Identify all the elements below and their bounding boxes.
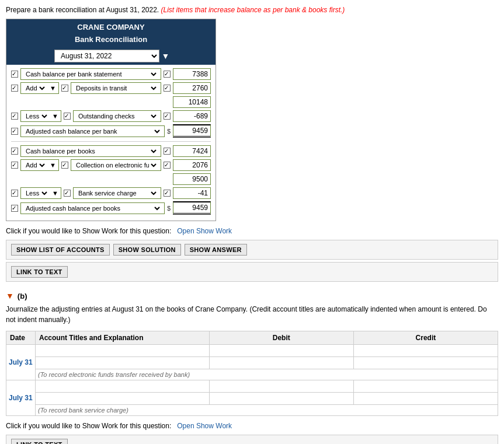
books-adjusted-amount: 9459 — [173, 201, 211, 215]
show-list-button[interactable]: SHOW LIST OF ACCOUNTS — [11, 244, 110, 256]
date-select[interactable]: August 31, 2022 — [54, 50, 159, 62]
books-adjusted-select[interactable]: Adjusted cash balance per books — [23, 204, 162, 212]
show-work-row-b: Click if you would like to Show Work for… — [6, 422, 498, 430]
journal-account-1a-input[interactable] — [38, 347, 207, 355]
books-collection-field[interactable]: Collection on electronic funds transfer — [71, 159, 161, 171]
section-divider — [11, 141, 211, 142]
bank-adjusted-amount: 9459 — [173, 124, 211, 138]
books-service-field[interactable]: Bank service charge — [73, 187, 161, 199]
books-less-checkbox[interactable] — [11, 190, 18, 197]
show-work-link[interactable]: Open Show Work — [177, 227, 232, 235]
journal-credit-1b-input[interactable] — [356, 359, 495, 367]
journal-credit-1a-input[interactable] — [356, 347, 495, 355]
show-solution-button[interactable]: SHOW SOLUTION — [113, 244, 181, 256]
books-service-amount-checkbox[interactable] — [164, 190, 171, 197]
bank-outstanding-checkbox[interactable] — [64, 113, 71, 120]
bank-deposits-select[interactable]: Deposits in transit — [74, 84, 158, 92]
bank-adjusted-dollar: $ — [167, 128, 171, 135]
journal-account-2a[interactable] — [36, 380, 210, 393]
show-answer-button[interactable]: SHOW ANSWER — [185, 244, 247, 256]
journal-debit-2a-input[interactable] — [212, 382, 351, 390]
bank-adjusted-select[interactable]: Adjusted cash balance per bank — [23, 127, 162, 135]
books-adjusted-dollar: $ — [167, 205, 171, 212]
bank-outstanding-amount-checkbox[interactable] — [164, 113, 171, 120]
books-collection-amount-checkbox[interactable] — [164, 162, 171, 169]
bottom-bar: LINK TO TEXT — [6, 435, 498, 444]
books-add-checkbox[interactable] — [11, 162, 18, 169]
books-service-select[interactable]: Bank service charge — [76, 189, 158, 197]
books-subtotal: 9500 — [173, 173, 211, 185]
books-add-type-select[interactable]: Add — [23, 161, 47, 169]
journal-credit-2b-input[interactable] — [356, 394, 495, 403]
journal-credit-1b[interactable] — [353, 357, 498, 369]
journal-credit-2a-input[interactable] — [356, 382, 495, 390]
bank-less-select[interactable]: Less ▼ — [20, 110, 61, 122]
part-b-header: ▼ (b) — [6, 291, 498, 300]
journal-debit-2b-input[interactable] — [212, 394, 351, 403]
books-adjusted-checkbox[interactable] — [11, 205, 18, 212]
journal-account-1b[interactable] — [36, 357, 210, 369]
recon-container: CRANE COMPANY Bank Reconciliation August… — [6, 19, 216, 221]
journal-account-2a-input[interactable] — [38, 382, 207, 390]
journal-account-2b[interactable] — [36, 393, 210, 405]
bank-deposits-checkbox[interactable] — [61, 85, 68, 92]
books-adjusted-field[interactable]: Adjusted cash balance per books — [20, 202, 165, 214]
bank-less-type-select[interactable]: Less — [23, 112, 49, 120]
bank-add-row: Add ▼ Deposits in transit 2760 — [11, 82, 211, 94]
journal-debit-1b-input[interactable] — [212, 359, 351, 367]
books-collection-select[interactable]: Collection on electronic funds transfer — [74, 161, 158, 169]
bank-cash-field[interactable]: Cash balance per bank statement — [20, 68, 161, 80]
bank-deposits-amount-checkbox[interactable] — [164, 85, 171, 92]
journal-note-1: (To record electronic funds transfer rec… — [36, 369, 498, 380]
bank-outstanding-amount: -689 — [173, 110, 211, 122]
show-work-label: Click if you would like to Show Work for… — [6, 227, 171, 235]
journal-row-2-note: (To record bank service charge) — [6, 405, 498, 416]
journal-debit-1a[interactable] — [209, 345, 353, 357]
journal-row-1b — [6, 357, 498, 369]
bank-outstanding-field[interactable]: Outstanding checks — [73, 110, 161, 122]
journal-credit-2b[interactable] — [353, 393, 498, 405]
journal-credit-2a[interactable] — [353, 380, 498, 393]
link-bar-top: LINK TO TEXT — [6, 262, 498, 282]
show-work-b-link[interactable]: Open Show Work — [177, 422, 232, 430]
books-cash-balance-row: Cash balance per books 7424 — [11, 145, 211, 157]
journal-account-2b-input[interactable] — [38, 394, 207, 403]
bank-cash-checkbox[interactable] — [11, 71, 18, 78]
journal-account-1a[interactable] — [36, 345, 210, 357]
bank-add-type-select[interactable]: Add — [23, 84, 47, 92]
bank-add-checkbox[interactable] — [11, 85, 18, 92]
journal-debit-2a[interactable] — [209, 380, 353, 393]
journal-account-1b-input[interactable] — [38, 359, 207, 367]
bank-adjusted-field[interactable]: Adjusted cash balance per bank — [20, 125, 165, 137]
col-account: Account Titles and Explanation — [36, 331, 210, 345]
books-service-amount: -41 — [173, 187, 211, 199]
bank-deposits-field[interactable]: Deposits in transit — [71, 82, 161, 94]
books-cash-select[interactable]: Cash balance per books — [23, 147, 158, 155]
journal-debit-1a-input[interactable] — [212, 347, 351, 355]
books-cash-checkbox[interactable] — [11, 148, 18, 155]
bank-add-select[interactable]: Add ▼ — [20, 82, 59, 94]
link-to-text-button-top[interactable]: LINK TO TEXT — [11, 266, 68, 278]
bank-subtotal: 10148 — [173, 96, 211, 108]
books-cash-field[interactable]: Cash balance per books — [20, 145, 161, 157]
bank-cash-select[interactable]: Cash balance per bank statement — [23, 70, 158, 78]
journal-credit-1a[interactable] — [353, 345, 498, 357]
books-collection-checkbox[interactable] — [61, 162, 68, 169]
books-service-checkbox[interactable] — [64, 190, 71, 197]
bank-cash-amount-checkbox[interactable] — [164, 71, 171, 78]
journal-row-2b — [6, 393, 498, 405]
bank-cash-amount: 7388 — [173, 68, 211, 80]
journal-debit-2b[interactable] — [209, 393, 353, 405]
books-add-select[interactable]: Add ▼ — [20, 159, 59, 171]
journal-note-2: (To record bank service charge) — [36, 405, 498, 416]
journal-debit-1b[interactable] — [209, 357, 353, 369]
books-cash-amount-checkbox[interactable] — [164, 148, 171, 155]
instruction-prefix: Prepare a bank reconciliation at August … — [6, 6, 159, 14]
journal-date-1: July 31 — [6, 345, 36, 380]
bank-less-checkbox[interactable] — [11, 113, 18, 120]
books-less-select[interactable]: Less ▼ — [20, 187, 61, 199]
bank-outstanding-select[interactable]: Outstanding checks — [76, 112, 158, 120]
bank-adjusted-checkbox[interactable] — [11, 128, 18, 135]
books-less-type-select[interactable]: Less — [23, 189, 49, 197]
link-to-text-button-bottom[interactable]: LINK TO TEXT — [11, 439, 68, 444]
